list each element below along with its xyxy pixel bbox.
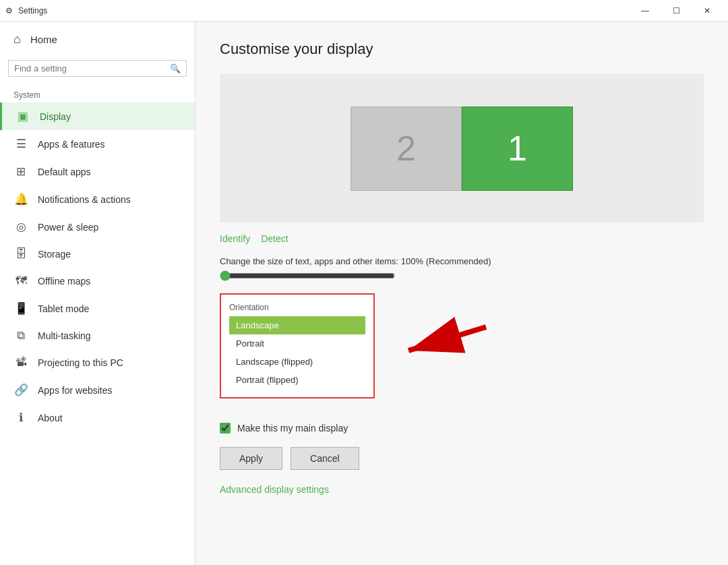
scale-label: Change the size of text, apps and other … [220,256,704,266]
maximize-button[interactable]: ☐ [661,0,692,22]
sidebar-item-apps-websites[interactable]: 🔗 Apps for websites [0,376,195,404]
sidebar-item-about[interactable]: ℹ About [0,404,195,432]
monitor-2-label: 2 [396,128,416,169]
sidebar-item-apps-features[interactable]: ☰ Apps & features [0,130,195,158]
display-links: Identify Detect [220,233,704,244]
main-display-label: Make this my main display [237,423,348,434]
main-content: Customise your display 2 1 Identify Dete… [195,22,728,565]
sidebar-item-home[interactable]: ⌂ Home [0,22,195,57]
apply-button[interactable]: Apply [220,447,282,470]
power-sleep-icon: ◎ [13,220,28,234]
title-bar-left: ⚙ Settings [5,6,47,16]
button-row: Apply Cancel [220,447,704,470]
sidebar-item-storage-label: Storage [38,249,71,260]
cancel-button[interactable]: Cancel [291,447,359,470]
about-icon: ℹ [13,411,28,425]
scale-slider[interactable] [220,270,395,281]
search-icon: 🔍 [170,63,181,73]
sidebar-item-default-apps[interactable]: ⊞ Default apps [0,158,195,185]
app-container: ⌂ Home 🔍 System ▣ Display ☰ Apps & featu… [0,22,728,565]
multi-tasking-icon: ⧉ [13,329,28,343]
sidebar-item-projecting[interactable]: 📽 Projecting to this PC [0,349,195,376]
sidebar-item-notifications[interactable]: 🔔 Notifications & actions [0,185,195,213]
title-bar: ⚙ Settings — ☐ ✕ [0,0,728,22]
app-title: Settings [18,6,47,16]
sidebar-item-storage[interactable]: 🗄 Storage [0,241,195,268]
main-display-checkbox[interactable] [220,423,231,434]
offline-maps-icon: 🗺 [13,274,28,288]
orientation-label: Orientation [229,303,365,312]
home-icon: ⌂ [13,32,21,47]
sidebar-item-apps-features-label: Apps & features [38,139,105,150]
system-label: System [0,85,195,102]
sidebar: ⌂ Home 🔍 System ▣ Display ☰ Apps & featu… [0,22,195,565]
page-title: Customise your display [220,40,704,58]
title-bar-controls: — ☐ ✕ [630,0,723,22]
display-icon: ▣ [16,109,30,123]
orientation-container: Orientation Landscape Portrait Landscape… [220,293,375,398]
apps-features-icon: ☰ [13,137,28,151]
svg-line-1 [408,327,486,351]
orientation-option-portrait-flipped[interactable]: Portrait (flipped) [229,371,365,389]
sidebar-item-tablet-mode-label: Tablet mode [38,303,89,314]
sidebar-item-about-label: About [38,413,63,423]
search-box: 🔍 [8,60,187,77]
sidebar-item-power-sleep-label: Power & sleep [38,222,98,233]
advanced-display-settings-link[interactable]: Advanced display settings [220,484,329,495]
orientation-option-landscape[interactable]: Landscape [229,316,365,334]
checkbox-row: Make this my main display [220,423,704,434]
sidebar-item-multi-tasking-label: Multi-tasking [38,330,91,341]
minimize-button[interactable]: — [630,0,661,22]
home-label: Home [30,34,57,45]
default-apps-icon: ⊞ [13,165,28,179]
red-arrow-indicator [395,314,489,367]
sidebar-item-display[interactable]: ▣ Display [0,102,195,130]
tablet-mode-icon: 📱 [13,301,28,316]
monitor-1[interactable]: 1 [462,107,573,191]
sidebar-item-multi-tasking[interactable]: ⧉ Multi-tasking [0,322,195,349]
orientation-option-landscape-flipped[interactable]: Landscape (flipped) [229,353,365,371]
sidebar-item-default-apps-label: Default apps [38,167,91,177]
search-input[interactable] [14,63,170,73]
sidebar-item-notifications-label: Notifications & actions [38,194,131,205]
close-button[interactable]: ✕ [692,0,723,22]
notifications-icon: 🔔 [13,192,28,206]
sidebar-item-tablet-mode[interactable]: 📱 Tablet mode [0,295,195,322]
identify-link[interactable]: Identify [220,233,250,244]
settings-icon: ⚙ [5,6,13,16]
monitor-2[interactable]: 2 [351,107,462,191]
projecting-icon: 📽 [13,356,28,369]
sidebar-item-offline-maps[interactable]: 🗺 Offline maps [0,268,195,295]
detect-link[interactable]: Detect [261,233,288,244]
storage-icon: 🗄 [13,247,28,261]
sidebar-item-offline-maps-label: Offline maps [38,276,90,287]
display-preview-area: 2 1 [220,74,704,222]
display-monitors: 2 1 [351,107,573,191]
monitor-1-label: 1 [508,128,527,169]
sidebar-item-power-sleep[interactable]: ◎ Power & sleep [0,213,195,241]
orientation-option-portrait[interactable]: Portrait [229,334,365,353]
sidebar-item-apps-websites-label: Apps for websites [38,385,113,396]
sidebar-item-projecting-label: Projecting to this PC [38,357,123,368]
apps-websites-icon: 🔗 [13,383,28,397]
sidebar-item-display-label: Display [40,111,71,122]
